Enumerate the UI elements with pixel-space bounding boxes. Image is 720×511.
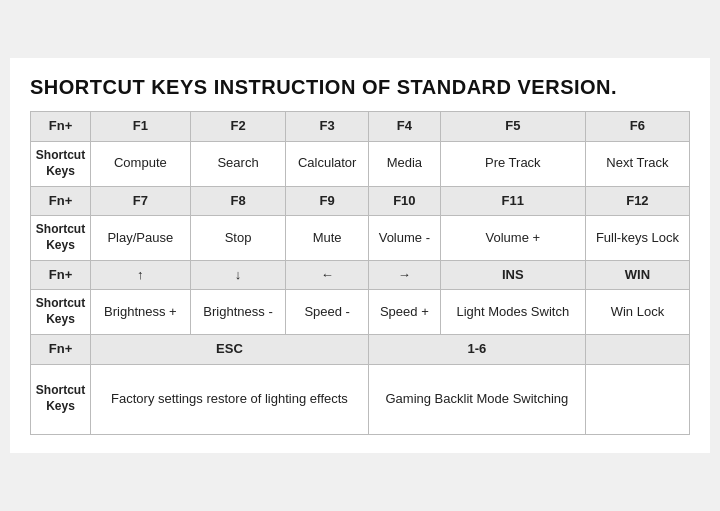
sc-val-volumeplus: Volume + (440, 216, 585, 260)
fn-row-2: Fn+ F7 F8 F9 F10 F11 F12 (31, 186, 690, 216)
main-container: SHORTCUT KEYS INSTRUCTION OF STANDARD VE… (10, 58, 710, 452)
down-arrow-label: ↓ (190, 260, 286, 290)
win-label: WIN (585, 260, 689, 290)
sc-val-nexttrack: Next Track (585, 142, 689, 186)
fn-row-3: Fn+ ↑ ↓ ← → INS WIN (31, 260, 690, 290)
fn-row-4: Fn+ ESC 1-6 (31, 334, 690, 364)
sc-label-3: Shortcut Keys (31, 290, 91, 334)
sc-label-4: Shortcut Keys (31, 364, 91, 434)
esc-fn-label: ESC (91, 334, 369, 364)
f3-label: F3 (286, 112, 369, 142)
sc-val-fullkeys: Full-keys Lock (585, 216, 689, 260)
fn-row-1: Fn+ F1 F2 F3 F4 F5 F6 (31, 112, 690, 142)
sc-val-media: Media (368, 142, 440, 186)
shortcut-table: Fn+ F1 F2 F3 F4 F5 F6 Shortcut Keys Comp… (30, 111, 690, 434)
sc-val-speedminus: Speed - (286, 290, 369, 334)
f12-label: F12 (585, 186, 689, 216)
sc-val-compute: Compute (91, 142, 191, 186)
left-arrow-label: ← (286, 260, 369, 290)
fn-label-3: Fn+ (31, 260, 91, 290)
sc-val-mute: Mute (286, 216, 369, 260)
f11-label: F11 (440, 186, 585, 216)
f4-label: F4 (368, 112, 440, 142)
sc-val-brightnessplus: Brightness + (91, 290, 191, 334)
f9-label: F9 (286, 186, 369, 216)
sc-val-volumeminus: Volume - (368, 216, 440, 260)
f1-label: F1 (91, 112, 191, 142)
f5-label: F5 (440, 112, 585, 142)
sc-val-search: Search (190, 142, 286, 186)
empty-fn-cell (585, 334, 689, 364)
sc-val-winlock: Win Lock (585, 290, 689, 334)
ins-label: INS (440, 260, 585, 290)
f10-label: F10 (368, 186, 440, 216)
sc-val-factory: Factory settings restore of lighting eff… (91, 364, 369, 434)
up-arrow-label: ↑ (91, 260, 191, 290)
onenine-fn-label: 1-6 (368, 334, 585, 364)
fn-label-1: Fn+ (31, 112, 91, 142)
right-arrow-label: → (368, 260, 440, 290)
f2-label: F2 (190, 112, 286, 142)
sc-row-4: Shortcut Keys Factory settings restore o… (31, 364, 690, 434)
sc-val-playpause: Play/Pause (91, 216, 191, 260)
sc-val-calculator: Calculator (286, 142, 369, 186)
sc-val-speedplus: Speed + (368, 290, 440, 334)
sc-val-brightnessminus: Brightness - (190, 290, 286, 334)
sc-val-lightmodes: Light Modes Switch (440, 290, 585, 334)
f6-label: F6 (585, 112, 689, 142)
sc-val-stop: Stop (190, 216, 286, 260)
sc-label-2: Shortcut Keys (31, 216, 91, 260)
sc-val-gaming: Gaming Backlit Mode Switching (368, 364, 585, 434)
fn-label-2: Fn+ (31, 186, 91, 216)
sc-row-1: Shortcut Keys Compute Search Calculator … (31, 142, 690, 186)
f8-label: F8 (190, 186, 286, 216)
f7-label: F7 (91, 186, 191, 216)
sc-label-1: Shortcut Keys (31, 142, 91, 186)
page-title: SHORTCUT KEYS INSTRUCTION OF STANDARD VE… (30, 76, 690, 99)
fn-label-4: Fn+ (31, 334, 91, 364)
sc-val-pretrack: Pre Track (440, 142, 585, 186)
sc-val-empty (585, 364, 689, 434)
sc-row-3: Shortcut Keys Brightness + Brightness - … (31, 290, 690, 334)
sc-row-2: Shortcut Keys Play/Pause Stop Mute Volum… (31, 216, 690, 260)
